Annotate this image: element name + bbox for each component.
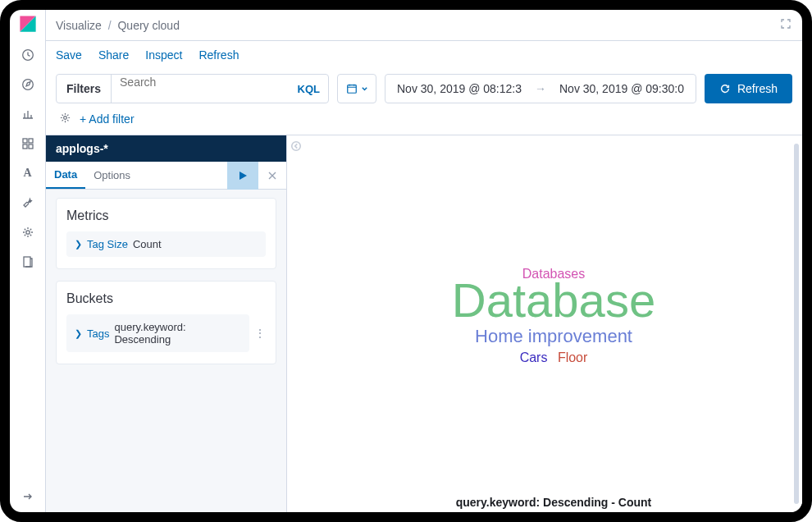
metrics-section: Metrics ❯ Tag Size Count	[56, 198, 276, 269]
refresh-button[interactable]: Refresh	[705, 74, 792, 103]
svg-rect-10	[24, 257, 30, 267]
tag-cloud: Databases Database Home improvement Cars…	[452, 267, 655, 365]
breadcrumb-current: Query cloud	[117, 19, 179, 32]
filter-bar: Filters KQL Nov 30, 2019 @ 08:12:3 → Nov…	[46, 69, 802, 108]
kql-toggle[interactable]: KQL	[298, 83, 320, 95]
chevron-right-icon: ❯	[75, 328, 82, 339]
date-to: Nov 30, 2019 @ 09:30:0	[559, 82, 684, 95]
bucket-agg-item[interactable]: ❯ Tags query.keyword: Descending	[66, 314, 249, 352]
nav-recent-icon[interactable]	[21, 48, 35, 62]
index-pattern-header[interactable]: applogs-*	[46, 135, 286, 162]
svg-rect-5	[23, 139, 27, 143]
tab-save[interactable]: Save	[56, 48, 82, 62]
tab-refresh[interactable]: Refresh	[198, 48, 239, 62]
buckets-section: Buckets ❯ Tags query.keyword: Descending…	[56, 281, 276, 364]
cloud-word[interactable]: Floor	[558, 350, 587, 364]
fullscreen-icon[interactable]	[779, 17, 792, 34]
nav-dashboard-icon[interactable]	[21, 136, 35, 151]
metric-value: Count	[133, 238, 162, 250]
refresh-button-label: Refresh	[737, 82, 778, 95]
nav-discover-icon[interactable]	[21, 77, 35, 92]
chevron-right-icon: ❯	[75, 239, 82, 250]
date-from: Nov 30, 2019 @ 08:12:3	[397, 82, 522, 95]
cloud-word[interactable]: Database	[452, 277, 655, 324]
cloud-word[interactable]: Cars	[520, 350, 548, 364]
topbar: Visualize / Query cloud	[46, 10, 802, 41]
filter-settings-icon[interactable]	[59, 112, 71, 126]
nav-canvas-icon[interactable]: A	[21, 166, 35, 181]
kibana-logo	[19, 15, 37, 33]
visualization-canvas: Databases Database Home improvement Cars…	[305, 135, 802, 512]
panel-tab-data[interactable]: Data	[46, 162, 85, 189]
svg-rect-7	[23, 144, 27, 149]
filters-label[interactable]: Filters	[57, 75, 112, 103]
panel-tabs: Data Options	[46, 162, 286, 190]
svg-point-4	[22, 80, 33, 90]
svg-rect-8	[29, 144, 33, 149]
nav-devtools-icon[interactable]	[21, 195, 35, 210]
search-input[interactable]	[112, 76, 328, 89]
left-nav-rail: A	[10, 10, 46, 512]
drag-handle-icon[interactable]: ⋮	[254, 327, 266, 340]
svg-point-14	[292, 142, 301, 151]
metrics-title: Metrics	[66, 208, 266, 223]
bucket-value: query.keyword: Descending	[114, 321, 241, 346]
scrollbar[interactable]	[794, 144, 799, 504]
discard-changes-button[interactable]	[258, 162, 286, 190]
nav-management-icon[interactable]	[21, 225, 35, 240]
nav-collapse-icon[interactable]	[21, 489, 35, 504]
metric-label: Tag Size	[87, 238, 128, 250]
breadcrumb-root[interactable]: Visualize	[56, 19, 102, 32]
apply-changes-button[interactable]	[227, 162, 258, 190]
metric-agg-item[interactable]: ❯ Tag Size Count	[66, 231, 266, 257]
tab-inspect[interactable]: Inspect	[145, 48, 182, 62]
action-tabs: Save Share Inspect Refresh	[46, 41, 802, 69]
svg-point-12	[64, 117, 67, 120]
editor-sidepanel: applogs-* Data Options Met	[46, 135, 287, 512]
date-range[interactable]: Nov 30, 2019 @ 08:12:3 → Nov 30, 2019 @ …	[385, 74, 696, 103]
arrow-right-icon: →	[535, 82, 546, 95]
breadcrumb: Visualize / Query cloud	[56, 19, 180, 32]
bucket-label: Tags	[87, 327, 109, 340]
add-filter-link[interactable]: + Add filter	[80, 112, 135, 126]
svg-rect-6	[29, 139, 33, 143]
nav-logs-icon[interactable]	[21, 254, 35, 269]
panel-tab-options[interactable]: Options	[85, 162, 139, 189]
date-quick-select[interactable]	[337, 74, 376, 103]
svg-point-9	[25, 231, 29, 234]
nav-visualize-icon[interactable]	[21, 107, 35, 121]
collapse-panel-button[interactable]	[287, 135, 305, 512]
svg-marker-13	[239, 172, 247, 180]
chart-legend-label: query.keyword: Descending - Count	[456, 496, 652, 509]
svg-rect-11	[347, 85, 356, 94]
cloud-word[interactable]: Home improvement	[452, 326, 655, 347]
add-filter-row: + Add filter	[46, 108, 802, 135]
tab-share[interactable]: Share	[98, 48, 129, 62]
buckets-title: Buckets	[66, 291, 266, 306]
breadcrumb-separator: /	[108, 19, 112, 32]
